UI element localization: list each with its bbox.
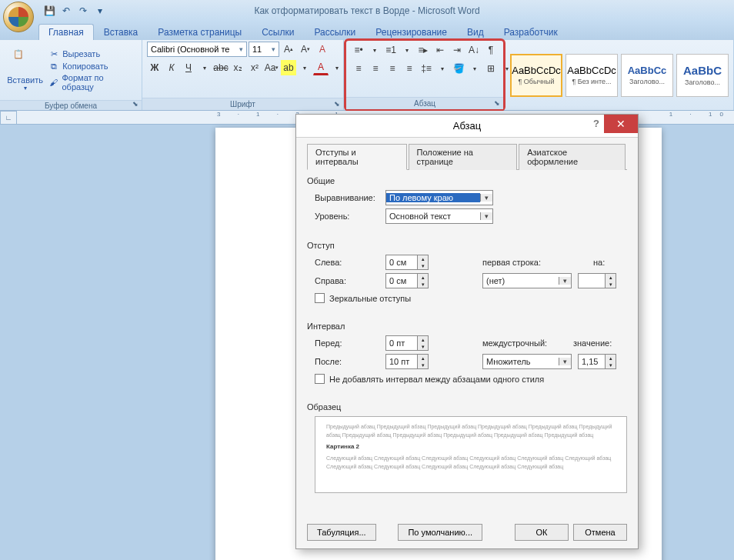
- font-name-combo[interactable]: Calibri (Основной те▾: [147, 42, 247, 57]
- font-size-combo[interactable]: 11▾: [249, 42, 279, 57]
- cancel-button[interactable]: Отмена: [573, 524, 627, 541]
- dialog-tabs: Отступы и интервалы Положение на страниц…: [307, 144, 627, 170]
- mirror-indents-check[interactable]: Зеркальные отступы: [315, 293, 627, 303]
- tab-asian[interactable]: Азиатское оформление: [519, 144, 626, 170]
- group-clipboard-label: Буфер обмена: [45, 102, 97, 110]
- style-normal[interactable]: AaBbCcDc¶ Обычный: [510, 54, 562, 97]
- save-icon[interactable]: 💾: [43, 5, 55, 17]
- before-spin[interactable]: 0 пт▴▾: [385, 335, 429, 351]
- close-button[interactable]: ✕: [604, 115, 638, 133]
- bullets-button[interactable]: ≡•: [351, 42, 366, 58]
- borders-button[interactable]: ⊞: [483, 61, 499, 76]
- copy-icon: ⧉: [48, 61, 59, 72]
- paste-button[interactable]: 📋 Вставить ▾: [5, 42, 45, 98]
- title-bar: 💾 ↶ ↷ ▾ Как отформатировать текст в Ворд…: [0, 0, 734, 22]
- copy-button[interactable]: ⧉Копировать: [48, 61, 134, 72]
- bold-button[interactable]: Ж: [147, 60, 162, 75]
- font-color-dropdown[interactable]: ▾: [330, 60, 344, 75]
- numbering-dropdown[interactable]: ▾: [400, 42, 414, 58]
- after-label: После:: [315, 357, 379, 366]
- left-indent-label: Слева:: [315, 258, 379, 267]
- underline-dropdown[interactable]: ▾: [198, 60, 212, 75]
- first-line-combo[interactable]: (нет)▾: [482, 273, 572, 288]
- tab-page-position[interactable]: Положение на странице: [409, 144, 518, 170]
- justify-button[interactable]: ≡: [402, 61, 417, 76]
- line-spacing-button[interactable]: ‡≡: [419, 61, 434, 76]
- tab-review[interactable]: Рецензирование: [365, 24, 457, 40]
- scissors-icon: ✂: [48, 48, 59, 59]
- numbering-button[interactable]: ≡1: [383, 42, 399, 58]
- paragraph-dialog-launcher[interactable]: ⬊: [492, 99, 502, 108]
- dialog-title: Абзац: [453, 120, 481, 132]
- underline-button[interactable]: Ч: [181, 60, 196, 75]
- format-painter-button[interactable]: 🖌Формат по образцу: [48, 73, 134, 92]
- cut-button[interactable]: ✂Вырезать: [48, 48, 134, 59]
- tab-insert[interactable]: Вставка: [94, 24, 148, 40]
- clear-formatting-button[interactable]: A: [315, 42, 330, 57]
- highlight-button[interactable]: ab: [281, 60, 296, 75]
- grow-font-button[interactable]: A▴: [281, 42, 296, 57]
- tab-mailings[interactable]: Рассылки: [304, 24, 365, 40]
- alignment-combo[interactable]: По левому краю▾: [385, 190, 493, 205]
- ruler-corner[interactable]: ∟: [0, 111, 17, 125]
- first-line-by-spin[interactable]: ▴▾: [578, 273, 616, 288]
- clipboard-dialog-launcher[interactable]: ⬊: [131, 100, 140, 109]
- default-button[interactable]: По умолчанию...: [398, 524, 482, 541]
- level-label: Уровень:: [315, 212, 379, 221]
- line-spacing-dropdown[interactable]: ▾: [435, 61, 449, 76]
- subscript-button[interactable]: x₂: [230, 60, 245, 75]
- font-color-button[interactable]: A: [313, 60, 329, 75]
- shading-button[interactable]: 🪣: [451, 61, 466, 76]
- qat-customize-icon[interactable]: ▾: [94, 5, 106, 17]
- right-indent-label: Справа:: [315, 276, 379, 285]
- window-title: Как отформатировать текст в Ворде - Micr…: [254, 5, 479, 16]
- left-indent-spin[interactable]: 0 см▴▾: [385, 255, 429, 270]
- style-heading1[interactable]: AaBbCcЗаголово...: [621, 54, 673, 97]
- help-icon[interactable]: ?: [593, 118, 599, 129]
- tab-view[interactable]: Вид: [457, 24, 494, 40]
- increase-indent-button[interactable]: ⇥: [449, 42, 465, 58]
- decrease-indent-button[interactable]: ⇤: [432, 42, 448, 58]
- dialog-titlebar[interactable]: Абзац ? ✕: [296, 115, 638, 138]
- dialog-buttons: Табуляция... По умолчанию... ОК Отмена: [296, 519, 638, 548]
- tab-developer[interactable]: Разработчик: [494, 24, 568, 40]
- align-left-button[interactable]: ≡: [351, 61, 366, 76]
- superscript-button[interactable]: x²: [247, 60, 262, 75]
- ribbon-tabs: Главная Вставка Разметка страницы Ссылки…: [0, 22, 734, 40]
- line-spacing-label: междустрочный:: [482, 338, 567, 348]
- group-paragraph: ≡•▾ ≡1▾ ≡▸ ⇤ ⇥ A↓ ¶ ≡ ≡ ≡ ≡ ‡≡▾ 🪣▾ ⊞▾ Аб…: [344, 38, 505, 112]
- after-spin[interactable]: 10 пт▴▾: [385, 354, 429, 369]
- tabs-button[interactable]: Табуляция...: [307, 524, 376, 541]
- font-dialog-launcher[interactable]: ⬊: [332, 100, 342, 109]
- tab-layout[interactable]: Разметка страницы: [148, 24, 252, 40]
- highlight-dropdown[interactable]: ▾: [298, 60, 312, 75]
- style-heading2[interactable]: AaBbCЗаголово...: [676, 54, 729, 97]
- sort-button[interactable]: A↓: [466, 42, 482, 58]
- shrink-font-button[interactable]: A▾: [298, 42, 313, 57]
- tab-home[interactable]: Главная: [38, 24, 94, 40]
- undo-icon[interactable]: ↶: [60, 5, 72, 17]
- quick-access-toolbar: 💾 ↶ ↷ ▾: [43, 5, 106, 17]
- paste-label: Вставить: [7, 75, 43, 85]
- office-button[interactable]: [3, 2, 34, 32]
- no-space-same-style-check[interactable]: Не добавлять интервал между абзацами одн…: [315, 374, 627, 384]
- align-center-button[interactable]: ≡: [368, 61, 383, 76]
- right-indent-spin[interactable]: 0 см▴▾: [385, 273, 429, 288]
- change-case-button[interactable]: Aa▾: [264, 60, 279, 75]
- style-no-spacing[interactable]: AaBbCcDc¶ Без инте...: [566, 54, 618, 97]
- redo-icon[interactable]: ↷: [77, 5, 89, 17]
- tab-references[interactable]: Ссылки: [252, 24, 304, 40]
- line-spacing-combo[interactable]: Множитель▾: [482, 354, 572, 369]
- level-combo[interactable]: Основной текст▾: [385, 208, 493, 224]
- italic-button[interactable]: К: [164, 60, 179, 75]
- section-indent: Отступ: [307, 241, 627, 250]
- line-spacing-at-spin[interactable]: 1,15▴▾: [578, 354, 616, 369]
- strike-button[interactable]: abc: [213, 60, 229, 75]
- align-right-button[interactable]: ≡: [385, 61, 400, 76]
- show-marks-button[interactable]: ¶: [483, 42, 499, 58]
- tab-indents[interactable]: Отступы и интервалы: [307, 144, 407, 170]
- multilevel-button[interactable]: ≡▸: [415, 42, 431, 58]
- bullets-dropdown[interactable]: ▾: [368, 42, 382, 58]
- ok-button[interactable]: ОК: [515, 524, 569, 541]
- shading-dropdown[interactable]: ▾: [468, 61, 482, 76]
